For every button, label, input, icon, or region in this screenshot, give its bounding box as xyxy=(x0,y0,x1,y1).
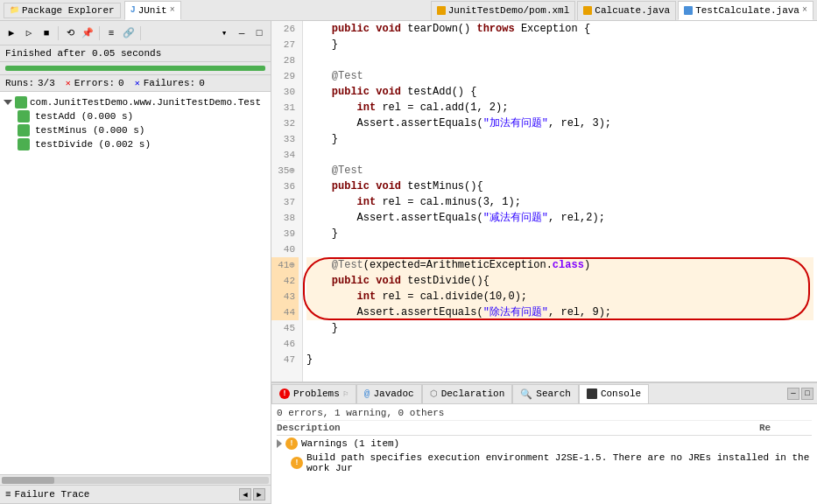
tree-item-testadd[interactable]: testAdd (0.000 s) xyxy=(18,109,267,123)
ln-29: 29 xyxy=(271,68,299,84)
ln-30: 30 xyxy=(271,84,299,100)
failure-trace-header: ≡ Failure Trace ◀ ▶ xyxy=(0,486,271,504)
toolbar-sep3 xyxy=(140,26,141,40)
pom-tab-icon xyxy=(437,6,446,15)
scroll-up-btn[interactable]: ◀ xyxy=(239,488,251,500)
code-text[interactable]: public void tearDown() throws Exception … xyxy=(303,21,817,382)
tab-pom-xml[interactable]: JunitTestDemo/pom.xml xyxy=(431,1,576,20)
problems-summary-text: 0 errors, 1 warning, 0 others xyxy=(277,408,444,418)
tree-hscroll[interactable] xyxy=(0,474,271,485)
history-btn[interactable]: ⟲ xyxy=(62,25,78,41)
ln-31: 31 xyxy=(271,100,299,116)
stop-btn[interactable]: ■ xyxy=(39,25,54,41)
failures-value: 0 xyxy=(199,78,205,88)
runs-value: 3/3 xyxy=(38,78,55,88)
tree-item-testminus-label: testMinus (0.000 s) xyxy=(35,125,144,136)
testcalc-close-btn[interactable]: × xyxy=(802,5,807,15)
hscroll-track[interactable] xyxy=(2,477,269,484)
highlighted-block: @Test(expected=ArithmeticException.class… xyxy=(306,257,813,320)
hscroll-thumb[interactable] xyxy=(2,477,54,484)
ln-34: 34 xyxy=(271,147,299,163)
junit-toolbar: ▶ ▷ ■ ⟲ 📌 ≡ 🔗 ▾ — □ xyxy=(0,21,271,46)
suite-icon xyxy=(15,96,27,108)
tab-testcalculate[interactable]: TestCalculate.java × xyxy=(678,1,813,20)
code-editor: 26 27 28 29 30 31 32 33 34 35⊕ 36 37 38 … xyxy=(271,21,817,504)
code-line-26: public void tearDown() throws Exception … xyxy=(306,21,813,37)
tab-junit[interactable]: J JUnit × xyxy=(124,1,181,20)
tree-item-testminus[interactable]: testMinus (0.000 s) xyxy=(18,123,267,137)
rerun-btn[interactable]: ▶ xyxy=(4,25,19,41)
tab-junit-label: JUnit xyxy=(138,5,167,16)
code-line-39: } xyxy=(306,226,813,242)
status-text: Finished after 0.05 seconds xyxy=(5,48,161,59)
tab-package-explorer[interactable]: 📁 Package Explorer xyxy=(4,3,121,18)
list-icon: ≡ xyxy=(5,489,11,500)
failure-trace-label: Failure Trace xyxy=(15,489,90,500)
failures-icon: ✕ xyxy=(135,78,140,88)
failure-trace-controls: ◀ ▶ xyxy=(239,488,265,500)
tab-calcuate[interactable]: Calcuate.java xyxy=(577,1,676,20)
tab-problems[interactable]: ! Problems ⚐ xyxy=(271,384,356,403)
maximize-btn[interactable]: □ xyxy=(251,25,267,41)
code-line-43: int rel = cal.divide(10,0); xyxy=(306,289,813,304)
editor-tab-bar: 📁 Package Explorer J JUnit × JunitTestDe… xyxy=(0,0,817,21)
col-resource: Re xyxy=(759,423,812,433)
pin-btn[interactable]: 📌 xyxy=(80,25,95,41)
tab-testcalculate-label: TestCalculate.java xyxy=(695,5,799,16)
bottom-panel-min[interactable]: — xyxy=(787,388,799,400)
code-line-36: public void testMinus(){ xyxy=(306,178,813,194)
tab-javadoc-label: Javadoc xyxy=(373,388,413,399)
problems-tab-marker: ⚐ xyxy=(343,388,349,399)
code-line-40 xyxy=(306,242,813,257)
tree-children: testAdd (0.000 s) testMinus (0.000 s) te… xyxy=(4,109,267,151)
code-line-44: Assert.assertEquals("除法有问题", rel, 9); xyxy=(306,304,813,320)
code-line-46 xyxy=(306,336,813,352)
code-line-28 xyxy=(306,52,813,68)
ln-42: 42 xyxy=(271,273,299,289)
warning-item-icon: ! xyxy=(291,457,303,469)
status-bar: Finished after 0.05 seconds xyxy=(0,46,271,62)
folder-icon-small: 📁 xyxy=(10,5,19,15)
toolbar-sep1 xyxy=(58,26,59,40)
test-stats: Runs: 3/3 ✕ Errors: 0 ✕ Failures: 0 xyxy=(0,75,271,92)
console-icon xyxy=(587,388,597,399)
problems-icon: ! xyxy=(279,388,290,399)
col-description: Description xyxy=(277,423,756,433)
tab-javadoc[interactable]: @ Javadoc xyxy=(356,384,422,403)
warnings-group-label: Warnings (1 item) xyxy=(301,438,399,449)
collapse-btn[interactable]: ≡ xyxy=(103,25,119,41)
warnings-group: ! Warnings (1 item) xyxy=(277,436,812,452)
minimize-btn[interactable]: — xyxy=(234,25,250,41)
ln-32: 32 xyxy=(271,116,299,131)
tab-declaration[interactable]: ⬡ Declaration xyxy=(422,384,513,403)
code-line-31: int rel = cal.add(1, 2); xyxy=(306,100,813,116)
tab-console[interactable]: Console xyxy=(579,384,649,403)
tab-search[interactable]: 🔍 Search xyxy=(512,384,579,403)
tab-junit-close[interactable]: × xyxy=(170,5,175,15)
runs-label: Runs: xyxy=(5,78,34,88)
warnings-expand-icon[interactable] xyxy=(277,439,282,448)
progress-bar xyxy=(5,66,265,71)
warning-item-text: Build path specifies execution environme… xyxy=(306,452,812,473)
tab-console-label: Console xyxy=(601,388,641,399)
ln-39: 39 xyxy=(271,226,299,242)
tab-package-explorer-label: Package Explorer xyxy=(22,5,115,16)
ln-37: 37 xyxy=(271,194,299,210)
bottom-panel-max[interactable]: □ xyxy=(801,388,813,400)
tree-item-testdivide[interactable]: testDivide (0.002 s) xyxy=(18,137,267,151)
problems-summary: 0 errors, 1 warning, 0 others xyxy=(277,406,812,421)
ln-27: 27 xyxy=(271,37,299,52)
tree-root[interactable]: com.JunitTestDemo.www.JunitTestDemo.Test xyxy=(4,95,267,109)
column-headers: Description Re xyxy=(277,421,812,436)
rerun-failed-btn[interactable]: ▷ xyxy=(21,25,37,41)
runs-stat: Runs: 3/3 xyxy=(5,78,55,88)
link-btn[interactable]: 🔗 xyxy=(121,25,137,41)
scroll-right-btn[interactable]: ▶ xyxy=(253,488,265,500)
search-mag-icon: 🔍 xyxy=(520,388,532,400)
code-content-area[interactable]: 26 27 28 29 30 31 32 33 34 35⊕ 36 37 38 … xyxy=(271,21,817,382)
testcalc-tab-icon xyxy=(684,6,693,15)
view-menu-btn[interactable]: ▾ xyxy=(216,25,232,41)
ln-46: 46 xyxy=(271,336,299,352)
ln-36: 36 xyxy=(271,178,299,194)
test-tree[interactable]: com.JunitTestDemo.www.JunitTestDemo.Test… xyxy=(0,92,271,474)
